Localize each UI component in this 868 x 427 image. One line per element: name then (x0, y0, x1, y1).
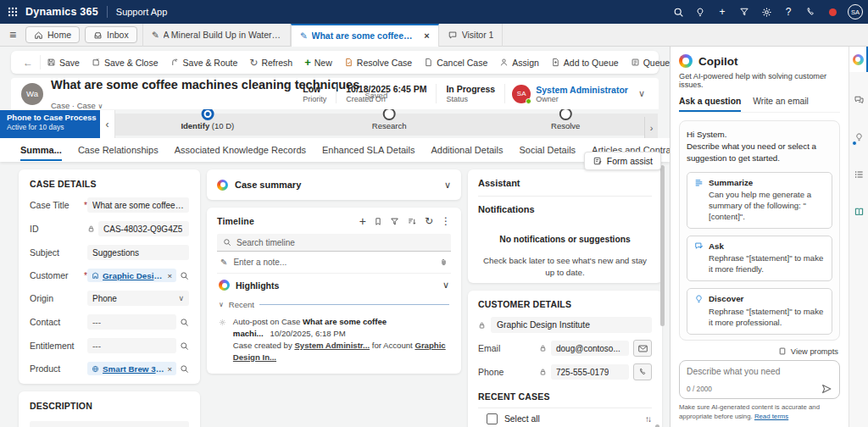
remove-value-icon[interactable]: × (167, 271, 172, 280)
suggestion-discover[interactable]: Discover Rephrase "[statement]" to make … (687, 288, 832, 335)
bpf-stage-resolve[interactable]: Resolve (551, 108, 580, 130)
back-arrow-icon[interactable]: ← (16, 55, 41, 69)
timeline-add-icon[interactable]: + (359, 215, 366, 227)
session-tab-visitor1[interactable]: Visitor 1 (439, 24, 504, 47)
help-icon[interactable]: ? (778, 1, 798, 23)
main-vertical-scrollbar[interactable] (660, 165, 665, 326)
timeline-highlights-row[interactable]: Highlights ∨ (217, 274, 451, 297)
select-all-checkbox[interactable] (487, 413, 498, 424)
rail-knowledge-tab[interactable] (849, 199, 868, 225)
rail-copilot-tab[interactable] (849, 47, 868, 72)
chevron-down-icon[interactable]: ∨ (97, 103, 103, 110)
save-route-button[interactable]: Save & Route (164, 51, 244, 74)
lightbulb-icon[interactable] (690, 1, 710, 23)
owner-value[interactable]: System Administrator (536, 85, 628, 95)
recording-indicator[interactable] (822, 1, 843, 23)
lookup-search-icon[interactable] (180, 341, 189, 351)
system-administrator-link[interactable]: System Administr... (294, 341, 370, 350)
header-field-owner[interactable]: SA System Administrator Owner (505, 85, 635, 103)
hamburger-menu-icon[interactable]: ≡ (0, 28, 25, 42)
lookup-search-icon[interactable] (180, 364, 189, 374)
lookup-search-icon[interactable] (180, 271, 189, 280)
send-email-button[interactable] (633, 340, 652, 357)
inbox-tab[interactable]: Inbox (85, 26, 137, 43)
copilot-greeting-sub: Describe what you need or select a sugge… (687, 141, 832, 164)
suggestion-ask[interactable]: Ask Rephrase "[statement]" to make it mo… (687, 236, 832, 281)
tab-associated-knowledge-records[interactable]: Associated Knowledge Records (175, 139, 306, 161)
view-prompts-button[interactable]: View prompts (681, 347, 838, 356)
queue-item-details-button[interactable]: Queue Item Details (625, 51, 670, 74)
timeline-recent-group[interactable]: ∨ Recent (219, 300, 449, 309)
filter-icon[interactable] (734, 1, 754, 23)
app-launcher-waffle-icon[interactable] (0, 0, 25, 24)
assign-button[interactable]: Assign (493, 51, 545, 74)
timeline-note-input[interactable]: ✎ Enter a note... (217, 252, 451, 274)
field-contact: Contact --- (30, 314, 189, 330)
timeline-bookmark-icon[interactable] (374, 217, 382, 226)
timeline-refresh-icon[interactable]: ↻ (425, 216, 433, 226)
bpf-stage-research[interactable]: Research (372, 108, 407, 130)
bpf-stage-identify[interactable]: Identify (10 D) (181, 108, 234, 130)
timeline-more-icon[interactable]: ⋮ (441, 216, 451, 226)
tab-summary[interactable]: Summa... (20, 139, 62, 161)
case-title-input[interactable]: What are some coffee ma... (87, 197, 189, 213)
call-phone-button[interactable] (633, 363, 652, 380)
header-expand-chevron-icon[interactable]: ∨ (635, 88, 648, 99)
origin-dropdown[interactable]: Phone∨ (87, 291, 189, 306)
tab-enhanced-sla-details[interactable]: Enhanced SLA Details (322, 139, 415, 161)
contact-lookup-input[interactable]: --- (87, 314, 176, 330)
rail-agent-scripts-tab[interactable] (849, 162, 868, 187)
paperclip-icon[interactable] (440, 258, 448, 267)
bpf-process-box[interactable]: Phone to Case Process Active for 10 days (0, 110, 100, 138)
copilot-tab-ask[interactable]: Ask a question (679, 97, 741, 112)
sort-icon[interactable]: ↑↓ (645, 414, 650, 424)
copilot-tab-email[interactable]: Write an email (753, 97, 809, 112)
close-tab-icon[interactable]: × (424, 30, 429, 41)
home-tab[interactable]: Home (25, 26, 80, 43)
timeline-sort-icon[interactable] (407, 217, 417, 226)
case-summary-section[interactable]: Case summary ∨ (207, 169, 461, 200)
search-icon[interactable] (668, 1, 688, 23)
tab-social-details[interactable]: Social Details (519, 139, 576, 161)
timeline-filter-icon[interactable] (390, 217, 399, 226)
send-icon[interactable] (821, 383, 832, 395)
chevron-down-icon[interactable]: ∨ (442, 280, 449, 291)
chevron-down-icon[interactable]: ∨ (444, 180, 451, 191)
refresh-button[interactable]: ↻Refresh (243, 51, 298, 74)
rail-suggestions-tab[interactable] (849, 125, 868, 150)
cancel-case-button[interactable]: Cancel Case (418, 51, 493, 74)
form-assist-button[interactable]: Form assist (584, 152, 661, 170)
entitlement-lookup-input[interactable]: --- (87, 338, 176, 353)
description-textarea[interactable]: --- (30, 421, 189, 427)
lookup-search-icon[interactable] (180, 318, 189, 327)
app-name[interactable]: Support App (116, 7, 168, 17)
remove-value-icon[interactable]: × (167, 364, 172, 374)
form-selector[interactable]: Case (77, 101, 96, 110)
read-terms-link[interactable]: Read terms (754, 413, 788, 420)
plus-icon[interactable]: + (712, 1, 732, 23)
timeline-search-input[interactable]: Search timeline (217, 234, 451, 252)
copilot-input-box[interactable]: Describe what you need 0 / 2000 (679, 360, 840, 399)
add-to-queue-button[interactable]: Add to Queue (545, 51, 625, 74)
save-button[interactable]: Save (41, 51, 86, 74)
product-lookup-pill[interactable]: Smart Brew 300 × (87, 362, 176, 375)
tab-additional-details[interactable]: Additional Details (431, 139, 503, 161)
brand-title[interactable]: Dynamics 365 (25, 6, 98, 18)
phone-dialer-icon[interactable] (800, 1, 821, 23)
subject-input[interactable]: Suggestions (87, 245, 189, 260)
timeline-entry-autopost[interactable]: Auto-post on Case What are some coffee m… (217, 311, 451, 365)
session-tab-mineral-buildup[interactable]: ✎ A Mineral Build Up in Water Su... (142, 24, 291, 47)
resolve-case-button[interactable]: Resolve Case (338, 51, 418, 74)
rail-conversations-tab[interactable] (849, 87, 868, 113)
bpf-collapse-chevron-icon[interactable]: ‹ (100, 110, 115, 138)
tab-case-relationships[interactable]: Case Relationships (78, 139, 159, 161)
user-avatar[interactable]: SA (848, 4, 863, 19)
settings-gear-icon[interactable] (756, 1, 776, 23)
suggestion-summarize[interactable]: Summarize Can you help me generate a sum… (687, 172, 832, 229)
bpf-next-chevron-icon[interactable]: › (644, 117, 658, 139)
pencil-icon: ✎ (220, 258, 227, 267)
new-button[interactable]: +New (298, 51, 338, 74)
session-tab-coffee-machines-active[interactable]: ✎ What are some coffee mac... × (291, 24, 439, 47)
customer-lookup-pill[interactable]: Graphic Design I... × (87, 269, 176, 282)
save-close-button[interactable]: Save & Close (86, 51, 164, 74)
